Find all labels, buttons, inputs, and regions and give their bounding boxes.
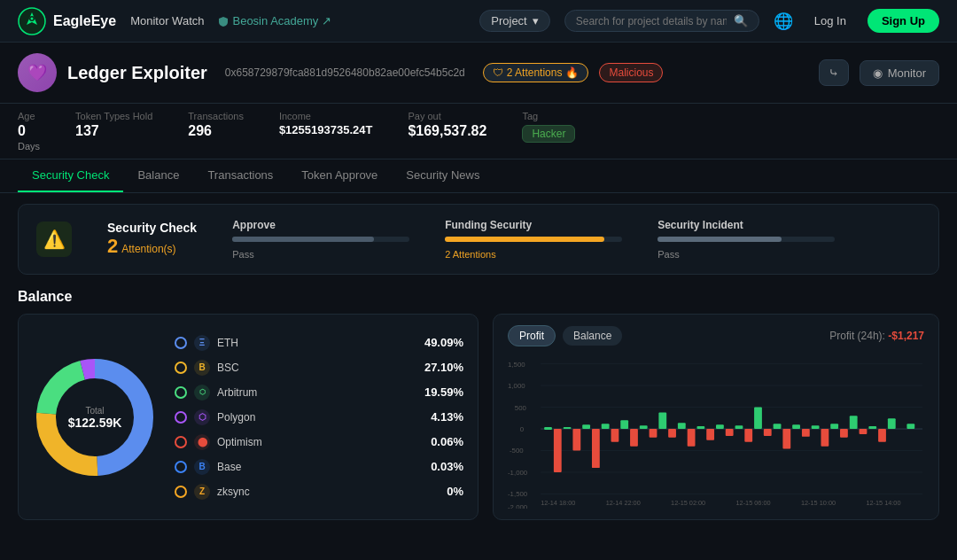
incident-bar-bg: [657, 237, 835, 242]
tab-token-approve[interactable]: Token Approve: [287, 159, 392, 192]
search-bar[interactable]: 🔍: [564, 10, 759, 32]
token-row-optimism: ⬤ Optimism 0.06%: [175, 430, 463, 455]
token-row-eth: Ξ ETH 49.09%: [175, 331, 463, 355]
svg-rect-43: [716, 424, 724, 429]
monitor-watch-nav[interactable]: Monitor Watch: [130, 14, 204, 27]
avatar: 💜: [18, 53, 57, 92]
stat-transactions: Transactions 296: [188, 111, 244, 152]
stat-age: Age 0 Days: [18, 111, 40, 152]
tag-badge: Hacker: [522, 125, 575, 143]
svg-rect-26: [554, 429, 562, 472]
donut-chart: Total $122.59K: [33, 355, 157, 479]
profit-24h-label: Profit (24h): -$1,217: [829, 330, 924, 342]
chart-card: Profit Balance Profit (24h): -$1,217: [493, 314, 939, 520]
profit-tab[interactable]: Profit: [508, 325, 556, 346]
svg-rect-25: [544, 427, 552, 430]
profile-name: Ledger Exploiter: [67, 63, 207, 83]
svg-point-3: [31, 17, 34, 19]
arbitrum-icon: ⬡: [194, 385, 210, 401]
svg-rect-45: [735, 425, 743, 429]
svg-rect-57: [850, 416, 858, 429]
svg-rect-35: [640, 425, 648, 429]
svg-rect-54: [821, 429, 829, 447]
security-check-panel: ⚠️ Security Check 2 Attention(s) Approve…: [18, 204, 939, 275]
search-input[interactable]: [576, 15, 727, 27]
svg-rect-32: [611, 429, 619, 442]
donut-card: Total $122.59K Ξ ETH 49.09% B BSC 27.10%: [18, 314, 478, 520]
approve-bar-bg: [232, 237, 409, 242]
svg-rect-47: [754, 408, 762, 429]
svg-text:-2,000: -2,000: [508, 503, 528, 509]
chevron-down-icon: ▾: [533, 14, 539, 27]
svg-rect-29: [582, 424, 590, 429]
eth-icon: Ξ: [194, 335, 210, 351]
svg-rect-42: [706, 429, 714, 440]
svg-rect-49: [774, 424, 782, 429]
base-icon: B: [194, 459, 210, 475]
optimism-icon: ⬤: [194, 434, 210, 450]
svg-rect-53: [812, 425, 820, 429]
flame-icon: 🔥: [565, 66, 579, 79]
attention-badge: 🛡 2 Attentions 🔥: [483, 63, 589, 82]
svg-rect-38: [668, 429, 676, 438]
funding-bar-fill: [445, 237, 604, 242]
zksync-icon: Z: [194, 484, 210, 500]
share-button[interactable]: ⤷: [819, 59, 849, 86]
svg-text:12-15 14:00: 12-15 14:00: [866, 499, 900, 507]
svg-rect-34: [630, 429, 638, 447]
svg-rect-51: [792, 424, 800, 429]
bsc-icon: B: [194, 360, 210, 376]
svg-text:12-15 10:00: 12-15 10:00: [801, 499, 836, 507]
tab-security-check[interactable]: Security Check: [18, 159, 123, 192]
stat-token-types: Token Types Hold 137: [75, 111, 152, 152]
balance-title: Balance: [18, 289, 939, 305]
beosin-academy-link[interactable]: Beosin Academy ↗: [218, 14, 331, 27]
svg-rect-59: [868, 426, 876, 429]
stats-row: Age 0 Days Token Types Hold 137 Transact…: [0, 104, 957, 159]
balance-tab[interactable]: Balance: [563, 326, 622, 346]
svg-rect-50: [782, 429, 790, 449]
tab-security-news[interactable]: Security News: [392, 159, 494, 192]
svg-rect-61: [888, 418, 896, 429]
chart-header: Profit Balance Profit (24h): -$1,217: [508, 325, 924, 346]
project-dropdown[interactable]: Project ▾: [479, 10, 549, 32]
svg-text:-1,500: -1,500: [508, 490, 528, 498]
donut-center: Total $122.59K: [68, 405, 122, 429]
svg-rect-46: [744, 429, 752, 442]
balance-section: Balance To: [0, 285, 957, 520]
shield-warning-icon: 🛡: [493, 66, 503, 79]
svg-text:12-15 02:00: 12-15 02:00: [671, 499, 705, 507]
shield-icon: [218, 16, 229, 27]
token-radio: [175, 411, 187, 424]
login-button[interactable]: Log In: [807, 11, 853, 31]
security-icon: ⚠️: [36, 222, 72, 257]
svg-text:12-15 06:00: 12-15 06:00: [736, 499, 771, 507]
funding-security-check: Funding Security 2 Attentions: [445, 219, 622, 260]
monitor-button[interactable]: ◉ Monitor: [860, 60, 939, 86]
security-summary: Security Check 2 Attention(s): [107, 221, 197, 258]
svg-rect-39: [678, 423, 686, 429]
language-button[interactable]: 🌐: [774, 12, 793, 31]
svg-rect-41: [696, 426, 704, 429]
svg-text:12-14 18:00: 12-14 18:00: [541, 499, 575, 507]
bar-chart-svg: 1,500 1,000 500 0 -500 -1,000 -1,500 -2,…: [508, 354, 924, 509]
incident-check: Security Incident Pass: [657, 219, 835, 260]
logo: EagleEye: [18, 7, 116, 35]
polygon-icon: ⬡: [194, 409, 210, 425]
svg-rect-37: [658, 412, 666, 429]
stat-payout: Pay out $169,537.82: [408, 111, 486, 152]
funding-bar-bg: [445, 237, 622, 242]
signup-button[interactable]: Sign Up: [868, 9, 939, 33]
svg-rect-48: [764, 429, 772, 436]
svg-rect-58: [860, 429, 868, 434]
svg-rect-60: [878, 429, 886, 442]
svg-rect-62: [906, 424, 914, 429]
approve-check: Approve Pass: [232, 219, 409, 260]
token-row-arbitrum: ⬡ Arbitrum 19.59%: [175, 380, 463, 405]
tab-balance[interactable]: Balance: [123, 159, 193, 192]
svg-rect-36: [650, 429, 657, 438]
token-radio: [175, 386, 187, 399]
balance-content: Total $122.59K Ξ ETH 49.09% B BSC 27.10%: [18, 314, 939, 520]
tab-transactions[interactable]: Transactions: [193, 159, 287, 192]
svg-rect-52: [802, 429, 810, 437]
